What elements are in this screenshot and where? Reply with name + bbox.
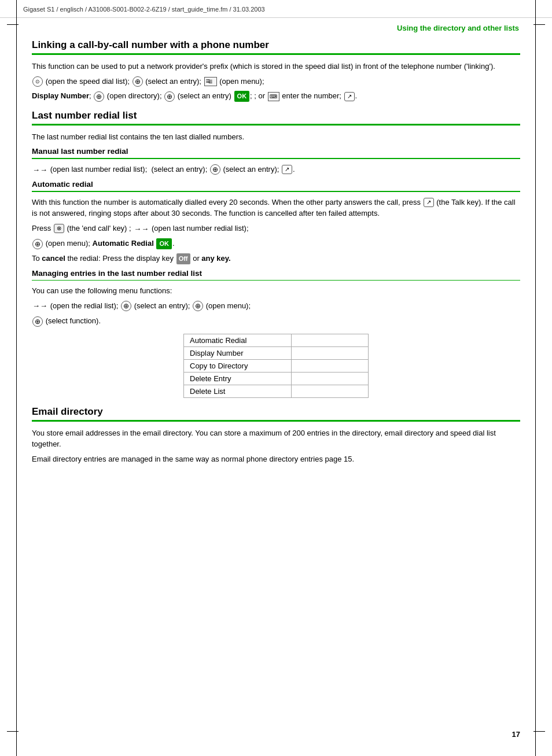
sub3-heading: Managing entries in the last number redi…	[32, 269, 520, 278]
page-number: 17	[512, 730, 520, 739]
sub2-body1: With this function the number is automat…	[32, 197, 520, 219]
nav-icon-6	[121, 301, 131, 311]
corner-mark-br	[533, 731, 545, 732]
table-cell-value	[292, 372, 369, 385]
nav-icon-4	[210, 164, 220, 175]
talk-icon-2: ↗	[282, 165, 292, 174]
ok-button-1: OK	[234, 91, 250, 102]
vert-rule-right	[535, 0, 536, 756]
sub2-body2: Press ⊗ (the 'end call' key) ; →→ (open …	[32, 223, 520, 234]
keypad-icon-1: ⌨	[268, 92, 279, 101]
sub1-body: →→ (open last number redial list); (sele…	[32, 164, 520, 175]
corner-mark-tl	[7, 24, 19, 25]
sub2-heading: Automatic redial	[32, 180, 520, 189]
nav-icon-8	[32, 316, 43, 327]
arrows-icon-2: →→	[134, 223, 149, 235]
table-row: Display Number	[184, 346, 369, 359]
nav-icon-7	[193, 301, 203, 311]
section3-body2: Email directory entries are managed in t…	[32, 453, 520, 465]
section3-body1: You store email addresses in the email d…	[32, 427, 520, 450]
table-row: Delete Entry	[184, 372, 369, 385]
ok-button-2: OK	[156, 238, 172, 249]
section1-body2: ⊙ (open the speed dial list); (select an…	[32, 76, 520, 87]
section1-body3: Display Number; (open directory); (selec…	[32, 90, 520, 102]
sub2-body3: (open menu); Automatic Redial OK.	[32, 238, 520, 249]
sub3-body3: (select function).	[32, 315, 520, 327]
table-cell-label: Copy to Directory	[184, 359, 292, 372]
table-cell-label: Display Number	[184, 346, 292, 359]
section2-heading: Last number redial list	[32, 110, 520, 124]
table-cell-value	[292, 346, 369, 359]
section2-rule	[32, 124, 520, 126]
nav-icon-1	[133, 76, 143, 87]
arrows-icon-1: →→	[32, 164, 47, 176]
nav-icon-2	[94, 91, 104, 102]
sub3-rule	[32, 280, 520, 281]
talk-icon-3: ↗	[424, 198, 434, 207]
section1-heading: Linking a call-by-call number with a pho…	[32, 39, 520, 53]
header-path: Gigaset S1 / englisch / A31008-S001-B002…	[23, 6, 265, 13]
talk-icon-1: ↗	[344, 92, 355, 101]
sub3-body1: You can use the following menu functions…	[32, 285, 520, 297]
sub1-rule	[32, 158, 520, 159]
menu-icon-1: ≡	[204, 77, 217, 86]
section1: Linking a call-by-call number with a pho…	[32, 39, 520, 102]
table-cell-label: Delete Entry	[184, 372, 292, 385]
table-row: Automatic Redial	[184, 334, 369, 346]
table-row: Delete List	[184, 385, 369, 397]
table-cell-value	[292, 334, 369, 346]
nav-icon-3	[164, 91, 175, 102]
sub2-rule	[32, 191, 520, 192]
corner-mark-bl	[7, 731, 19, 732]
section2: Last number redial list The last number …	[32, 110, 520, 398]
table-row: Copy to Directory	[184, 359, 369, 372]
nav-icon-5	[32, 239, 43, 249]
section3-rule	[32, 420, 520, 422]
speed-dial-icon: ⊙	[32, 76, 43, 87]
arrows-icon-3: →→	[32, 300, 47, 312]
table-cell-label: Automatic Redial	[184, 334, 292, 346]
sub1-heading: Manual last number redial	[32, 147, 520, 156]
section-title: Using the directory and other lists	[32, 24, 520, 32]
section3: Email directory You store email addresse…	[32, 406, 520, 465]
table-cell-value	[292, 385, 369, 397]
sub3-body2: →→ (open the redial list); (select an en…	[32, 300, 520, 312]
menu-table: Automatic RedialDisplay NumberCopy to Di…	[183, 334, 369, 398]
off-button: Off	[176, 253, 190, 264]
page-container: Gigaset S1 / englisch / A31008-S001-B002…	[0, 0, 552, 756]
header-bar: Gigaset S1 / englisch / A31008-S001-B002…	[0, 0, 552, 18]
section2-body1: The last number redial list contains the…	[32, 131, 520, 143]
table-cell-value	[292, 359, 369, 372]
table-cell-label: Delete List	[184, 385, 292, 397]
end-icon: ⊗	[54, 224, 64, 233]
corner-mark-tr	[533, 24, 545, 25]
section1-rule	[32, 53, 520, 55]
content-area: Using the directory and other lists Link…	[0, 18, 552, 496]
vert-rule-left	[16, 0, 17, 756]
section3-heading: Email directory	[32, 406, 520, 420]
sub2-body4: To cancel the redial: Press the display …	[32, 253, 520, 264]
section1-body1: This function can be used to put a netwo…	[32, 61, 520, 72]
